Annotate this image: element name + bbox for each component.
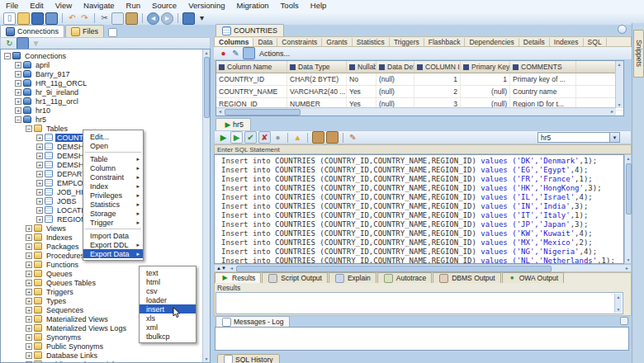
float-window-icon[interactable] <box>618 25 627 34</box>
expand-toggle-icon[interactable]: + <box>15 71 21 78</box>
menu-item-privileges[interactable]: Privileges▸ <box>83 191 143 200</box>
owa-output-icon[interactable]: ● <box>509 275 516 282</box>
menu-item-statistics[interactable]: Statistics▸ <box>83 200 143 209</box>
clear-icon[interactable]: ✎ <box>348 132 358 143</box>
column-header-primary-key[interactable]: Primary Key <box>461 61 510 73</box>
save-all-icon[interactable] <box>45 12 58 25</box>
splitter-icons[interactable]: ▲▼ <box>216 265 226 272</box>
filter-icon[interactable]: ▼ <box>31 38 41 49</box>
scrollbar-thumb[interactable] <box>225 109 301 116</box>
expand-toggle-icon[interactable]: + <box>15 89 21 96</box>
actions-icon[interactable] <box>243 47 255 59</box>
sql-editor[interactable]: Insert into COUNTRIES (COUNTRY_ID,COUNTR… <box>214 154 624 264</box>
tab-owa-output[interactable]: ●OWA Output <box>502 272 564 283</box>
menu-item-index[interactable]: Index▸ <box>83 182 143 191</box>
sql-history-forward-icon[interactable] <box>326 131 339 144</box>
expand-toggle-icon[interactable]: − <box>15 116 21 123</box>
edit-icon[interactable]: ✎ <box>230 48 241 59</box>
tree-item-hr-9i-ireland[interactable]: +hr_9i_ireland <box>1 87 210 97</box>
submenu-item-loader[interactable]: loader <box>140 295 196 304</box>
tab-sql[interactable]: SQL <box>584 38 607 46</box>
menu-view[interactable]: View <box>50 0 78 12</box>
explain-icon[interactable] <box>335 274 344 283</box>
tab-script-output[interactable]: Script Output <box>262 272 328 283</box>
open-folder-icon[interactable] <box>17 12 30 25</box>
scroll-down-icon[interactable]: ▼ <box>616 101 623 108</box>
expand-toggle-icon[interactable]: + <box>36 171 43 177</box>
menu-source[interactable]: Source <box>146 0 182 12</box>
freeze-pin-icon[interactable]: ● <box>218 48 229 59</box>
submenu-item-html[interactable]: html <box>140 277 196 286</box>
menu-item-export-ddl[interactable]: Export DDL▸ <box>83 240 143 249</box>
expand-toggle-icon[interactable]: + <box>26 271 32 277</box>
paste-icon[interactable] <box>125 12 138 25</box>
submenu-item-xml[interactable]: xml <box>140 323 196 332</box>
tab-autotrace[interactable]: Autotrace <box>377 272 432 283</box>
tab-messages-log[interactable]: Messages - Log <box>215 316 290 327</box>
explain-plan-icon[interactable]: ▲ <box>292 132 303 143</box>
tree-item-public-database-links[interactable]: +Public Database Links <box>1 360 210 363</box>
cancel-icon[interactable]: ● <box>272 132 283 143</box>
expand-toggle-icon[interactable]: − <box>26 125 32 132</box>
forward-icon[interactable]: ▸ <box>161 12 173 25</box>
column-header-data-default[interactable]: Data Default <box>376 61 414 73</box>
new-file-icon[interactable]: ▯ <box>3 12 16 25</box>
scrollbar-thumb[interactable] <box>236 266 552 272</box>
tab-snippets[interactable]: Snippets <box>633 30 644 78</box>
column-header-column-id[interactable]: COLUMN ID <box>414 61 461 73</box>
expand-toggle-icon[interactable]: + <box>36 162 43 168</box>
refresh-icon[interactable]: ↻ <box>4 38 15 49</box>
tab-indexes[interactable]: Indexes <box>550 38 584 46</box>
scroll-up-icon[interactable]: ▲ <box>625 155 632 162</box>
table-row[interactable]: COUNTRY_IDCHAR(2 BYTE)No(null)11Primary … <box>216 73 623 86</box>
tree-item-hr10[interactable]: +hr10 <box>1 106 210 115</box>
scrollbar-thumb[interactable] <box>626 163 632 214</box>
expand-toggle-icon[interactable]: + <box>15 62 21 68</box>
sql-statement[interactable]: Insert into COUNTRIES (COUNTRY_ID,COUNTR… <box>215 257 623 264</box>
tab-dependencies[interactable]: Dependencies <box>465 38 519 46</box>
dropdown-arrow-icon[interactable]: ▾ <box>197 13 207 24</box>
tree-item-hr5[interactable]: −hr5 <box>1 115 210 124</box>
menu-item-constraint[interactable]: Constraint▸ <box>83 172 143 182</box>
tab-columns[interactable]: Columns <box>215 38 253 46</box>
tab-worksheet-hr5[interactable]: ▶ hr5 <box>215 118 251 130</box>
menu-tools[interactable]: Tools <box>275 0 305 12</box>
tree-item-hr1-11g-orcl[interactable]: +hr1_11g_orcl <box>1 97 210 106</box>
tab-results[interactable]: ▶Results <box>215 272 261 283</box>
expand-toggle-icon[interactable]: + <box>36 198 43 205</box>
redo-icon[interactable]: ↷ <box>79 13 90 24</box>
tree-item-database-links[interactable]: +Database Links <box>1 351 210 360</box>
tree-item-connections[interactable]: −Connections <box>1 51 210 60</box>
tab-connections[interactable]: Connections <box>0 25 64 37</box>
sql-statement[interactable]: Insert into COUNTRIES (COUNTRY_ID,COUNTR… <box>215 238 623 248</box>
menu-run[interactable]: Run <box>121 0 146 12</box>
run-statement-icon[interactable]: ▶ <box>218 132 229 143</box>
sql-statement[interactable]: Insert into COUNTRIES (COUNTRY_ID,COUNTR… <box>215 248 623 257</box>
rollback-icon[interactable]: ✘ <box>258 131 271 144</box>
expand-toggle-icon[interactable]: + <box>26 298 32 304</box>
tree-item-hr-11g-orcl[interactable]: +HR_11g_ORCL <box>1 78 210 87</box>
menu-file[interactable]: File <box>0 0 24 12</box>
script-output-icon[interactable] <box>268 274 277 283</box>
editor-horizontal-scrollbar[interactable]: ▲▼ ◄ ► <box>214 264 632 272</box>
submenu-item-insert[interactable]: insert <box>140 304 196 314</box>
tab-flashback[interactable]: Flashback <box>424 38 466 46</box>
connection-combo[interactable]: hr5 ▼ <box>537 132 620 143</box>
sql-statement[interactable]: Insert into COUNTRIES (COUNTRY_ID,COUNTR… <box>215 166 623 175</box>
scroll-left-icon[interactable]: ◄ <box>216 108 224 115</box>
scroll-up-icon[interactable]: ▲ <box>616 61 623 68</box>
autotrace-icon[interactable] <box>384 274 393 283</box>
save-icon[interactable] <box>31 12 44 25</box>
menu-item-trigger[interactable]: Trigger▸ <box>83 218 143 227</box>
scrollbar-thumb[interactable] <box>204 57 210 118</box>
run-script-icon[interactable]: ▶ <box>230 131 243 144</box>
menu-migration[interactable]: Migration <box>231 0 275 12</box>
results-scrollbar[interactable]: ▲ ▼ <box>614 294 622 313</box>
column-header-nullable[interactable]: Nullable <box>347 61 376 73</box>
panel-list-icon[interactable] <box>108 28 117 37</box>
column-header-comments[interactable]: COMMENTS <box>510 61 576 73</box>
column-header-data-type[interactable]: Data Type <box>287 61 347 73</box>
tree-scrollbar[interactable]: ▲ ▼ <box>202 50 210 362</box>
expand-toggle-icon[interactable]: + <box>36 216 43 223</box>
menu-help[interactable]: Help <box>305 0 333 12</box>
